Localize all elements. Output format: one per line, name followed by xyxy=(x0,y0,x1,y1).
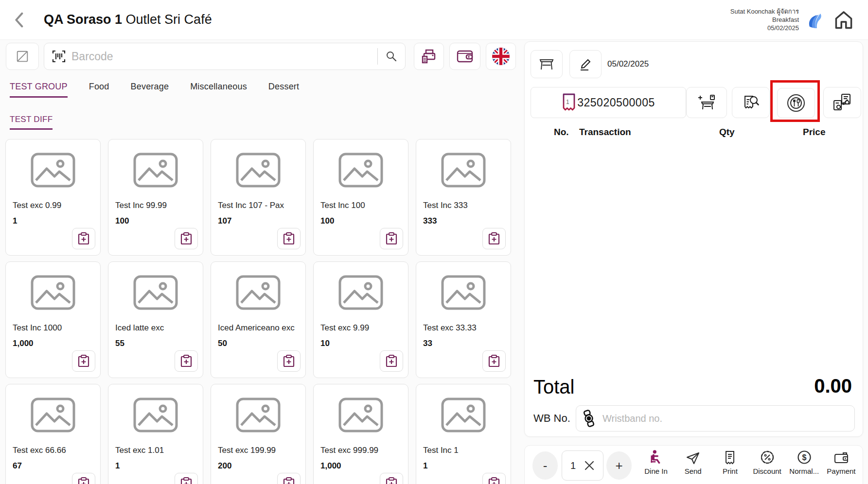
add-to-order-button[interactable] xyxy=(175,473,198,484)
product-price: 333 xyxy=(423,216,437,226)
user-name: Sutat Koonchak ผู้จัดการ xyxy=(730,7,799,16)
business-date: 05/02/2025 xyxy=(730,24,799,32)
add-to-order-button[interactable] xyxy=(482,350,506,372)
toggle-product-images-button[interactable] xyxy=(6,43,39,70)
image-placeholder-icon xyxy=(133,397,178,433)
table-select-button[interactable] xyxy=(531,50,563,78)
header: QA Soraso 1 Outlet Sri Café Sutat Koonch… xyxy=(0,0,868,40)
image-placeholder-icon xyxy=(235,397,281,433)
total-value: 0.00 xyxy=(814,375,852,397)
product-card[interactable]: Test Inc 107 - Pax107 xyxy=(211,139,306,256)
product-card[interactable]: Test Inc 10001,000 xyxy=(5,261,101,378)
tab-food[interactable]: Food xyxy=(89,82,109,98)
clipboard-plus-icon xyxy=(77,477,90,484)
order-date: 05/02/2025 xyxy=(607,59,649,69)
send-button[interactable]: Send xyxy=(674,449,711,475)
product-name: Test exc 33.33 xyxy=(423,323,477,333)
price-mode-button[interactable]: $ Normal... xyxy=(786,449,823,475)
transaction-card[interactable]: 1 325020500005 xyxy=(531,87,686,118)
clipboard-plus-icon xyxy=(180,232,193,245)
product-name: Test exc 66.66 xyxy=(13,446,66,455)
back-button[interactable] xyxy=(11,11,28,29)
table-icon xyxy=(538,56,555,72)
product-name: Test Inc 107 - Pax xyxy=(218,201,284,210)
add-to-order-button[interactable] xyxy=(380,228,403,249)
tab-test-group[interactable]: TEST GROUP xyxy=(10,82,68,98)
add-to-order-button[interactable] xyxy=(277,350,301,372)
payment-button[interactable]: Payment xyxy=(823,449,860,475)
product-grid: Test exc 0.991 Test Inc 99.99100 Test In… xyxy=(5,139,519,484)
tab-miscellaneous[interactable]: Miscellaneous xyxy=(190,82,247,98)
product-price: 67 xyxy=(13,461,22,471)
product-card[interactable]: Test exc 0.991 xyxy=(5,139,101,256)
add-to-order-button[interactable] xyxy=(482,228,506,249)
product-card[interactable]: Iced latte exc55 xyxy=(108,261,203,378)
image-placeholder-icon xyxy=(30,152,76,188)
tab-beverage[interactable]: Beverage xyxy=(131,82,169,98)
print-receipt-button[interactable]: Print xyxy=(711,449,748,475)
qty-decrease-button[interactable]: - xyxy=(532,451,558,480)
add-to-order-button[interactable] xyxy=(277,228,301,249)
split-bill-button[interactable] xyxy=(823,87,861,118)
language-button[interactable] xyxy=(486,43,516,70)
qty-increase-button[interactable]: + xyxy=(606,451,632,480)
add-to-order-button[interactable] xyxy=(380,350,403,372)
product-card[interactable]: Test Inc 100100 xyxy=(313,139,408,256)
clipboard-plus-icon xyxy=(180,477,193,484)
add-to-order-button[interactable] xyxy=(175,228,198,249)
barcode-placeholder: Barcode xyxy=(71,50,377,63)
add-to-order-button[interactable] xyxy=(72,350,95,372)
add-to-order-button[interactable] xyxy=(277,473,301,484)
subtab-test-diff[interactable]: TEST DIFF xyxy=(10,115,53,130)
product-card[interactable]: Iced Americeano exc50 xyxy=(211,261,306,378)
wallet-icon xyxy=(456,49,474,64)
dine-in-menu-button[interactable] xyxy=(777,88,815,118)
clipboard-plus-icon xyxy=(283,477,295,484)
image-placeholder-icon xyxy=(441,275,486,311)
add-to-order-button[interactable] xyxy=(380,473,403,484)
edit-order-button[interactable] xyxy=(569,50,602,78)
product-card[interactable]: Test Inc 11 xyxy=(416,384,511,484)
barcode-input[interactable]: Barcode xyxy=(44,43,406,70)
clipboard-plus-icon xyxy=(385,354,398,368)
action-label: Normal... xyxy=(789,467,819,475)
product-card[interactable]: Test exc 9.9910 xyxy=(313,261,408,378)
outlet-name-bold: QA Soraso 1 xyxy=(44,12,122,27)
product-card[interactable]: Test exc 1.011 xyxy=(108,384,203,484)
add-to-order-button[interactable] xyxy=(72,473,95,484)
home-button[interactable] xyxy=(833,9,854,31)
print-button[interactable] xyxy=(414,43,444,70)
add-table-order-button[interactable] xyxy=(686,87,727,118)
product-card[interactable]: Test Inc 99.99100 xyxy=(108,139,203,256)
product-card[interactable]: Test exc 66.6667 xyxy=(5,384,101,484)
clipboard-plus-icon xyxy=(283,354,295,368)
clear-qty-icon[interactable] xyxy=(584,460,595,471)
qty-stepper[interactable]: 1 xyxy=(562,450,603,481)
cash-drawer-button[interactable] xyxy=(449,43,480,70)
send-icon xyxy=(686,451,700,465)
action-label: Payment xyxy=(827,467,855,475)
image-placeholder-icon xyxy=(338,275,384,311)
product-card[interactable]: Test exc 999.991,000 xyxy=(313,384,408,484)
soraso-logo-icon xyxy=(806,9,825,31)
search-transaction-button[interactable] xyxy=(732,87,770,118)
wristband-input[interactable]: Wristband no. xyxy=(576,405,855,432)
bottom-action-bar: - 1 + Dine In Send Print Discount $ Norm… xyxy=(524,445,863,484)
tab-dessert[interactable]: Dessert xyxy=(268,82,299,98)
column-qty: Qty xyxy=(719,127,735,138)
product-card[interactable]: Test Inc 333333 xyxy=(416,139,511,256)
total-label: Total xyxy=(533,376,575,398)
add-to-order-button[interactable] xyxy=(72,228,95,249)
payment-wallet-icon xyxy=(834,451,849,465)
product-card[interactable]: Test exc 33.3333 xyxy=(416,261,511,378)
add-to-order-button[interactable] xyxy=(175,350,198,372)
product-card[interactable]: Test exc 199.99200 xyxy=(211,384,306,484)
receipt-icon xyxy=(724,450,736,465)
product-name: Test Inc 99.99 xyxy=(115,201,167,210)
add-to-order-button[interactable] xyxy=(482,473,506,484)
image-placeholder-icon xyxy=(338,397,384,433)
subcategory-tabs: TEST DIFF xyxy=(10,115,53,130)
barcode-search-button[interactable] xyxy=(378,43,405,69)
dine-in-button[interactable]: Dine In xyxy=(638,449,674,475)
discount-button[interactable]: Discount xyxy=(749,449,786,475)
